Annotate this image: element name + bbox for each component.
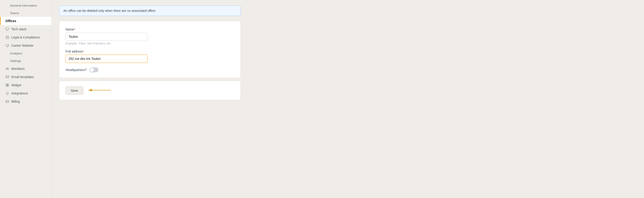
sidebar-item-label: Analytics [10,52,22,55]
svg-rect-16 [8,85,9,87]
sidebar-item-members[interactable]: Members [0,65,52,73]
sidebar-item-label: Widget [11,83,21,87]
sidebar-item-widget[interactable]: Widget [0,81,52,89]
desktop-icon [6,44,9,47]
sidebar: General information Teams Offices Tech s… [0,0,52,198]
main-content: An office can be deleted only when there… [52,0,644,198]
svg-rect-15 [6,85,7,87]
sidebar-item-label: Email templates [11,75,34,79]
document-icon [6,36,9,39]
sidebar-item-label: Integrations [11,91,28,95]
sidebar-item-billing[interactable]: Billing [0,97,52,106]
svg-point-11 [8,68,9,69]
alert-banner: An office can be deleted only when there… [59,6,241,16]
svg-rect-17 [6,101,9,103]
alert-message: An office can be deleted only when there… [63,9,156,13]
sidebar-item-teams[interactable]: Teams [0,9,52,17]
headquarters-row: Headquarters? [66,67,234,72]
sidebar-item-settings[interactable]: Settings [0,57,52,65]
svg-point-10 [6,68,8,69]
sidebar-item-offices[interactable]: Offices [0,17,52,25]
sidebar-item-label: Members [11,67,24,70]
name-hint: Example : Paris, San Francisco, etc. [66,42,234,45]
address-field-group: Full address* [66,50,234,63]
svg-rect-14 [8,84,9,85]
mail-icon [6,75,9,79]
sidebar-item-label: Billing [11,100,20,103]
sidebar-item-integrations[interactable]: Integrations [0,89,52,97]
sidebar-item-label: Tech stack [11,27,26,31]
office-form-card: Name* Example : Paris, San Francisco, et… [59,21,241,78]
headquarters-toggle[interactable] [90,67,98,72]
sidebar-item-career-website[interactable]: Career Website [0,41,52,50]
name-label: Name* [66,28,234,31]
card-icon [6,100,9,103]
address-required-indicator: * [83,50,84,53]
name-field-group: Name* Example : Paris, San Francisco, et… [66,28,234,45]
sidebar-item-analytics[interactable]: Analytics [0,50,52,57]
group-icon [6,67,9,70]
form-footer-card: Save [59,81,241,100]
sidebar-item-label: Settings [10,59,21,63]
svg-rect-12 [6,76,9,78]
sidebar-item-tech-stack[interactable]: Tech stack [0,25,52,33]
save-button[interactable]: Save [66,86,83,95]
address-label: Full address* [66,50,234,53]
bell-icon [6,91,9,95]
svg-rect-19 [6,102,7,102]
sidebar-item-label: Career Website [11,44,34,47]
sidebar-item-legal-compliance[interactable]: Legal & Compliance [0,33,52,41]
arrow-annotation [86,85,113,95]
svg-rect-0 [6,28,9,30]
svg-rect-13 [6,84,7,85]
svg-rect-7 [6,44,9,46]
address-input[interactable] [66,55,148,63]
widget-icon [6,83,9,87]
sidebar-item-label: General information [10,4,37,7]
sidebar-item-general-information[interactable]: General information [0,2,52,9]
sidebar-item-email-templates[interactable]: Email templates [0,73,52,81]
name-required-indicator: * [74,28,75,31]
sidebar-item-label: Offices [6,19,16,23]
sidebar-item-label: Legal & Compliance [11,36,40,39]
monitor-icon [6,27,9,31]
sidebar-item-label: Teams [10,11,19,15]
name-input[interactable] [66,33,148,41]
headquarters-label: Headquarters? [66,68,87,72]
